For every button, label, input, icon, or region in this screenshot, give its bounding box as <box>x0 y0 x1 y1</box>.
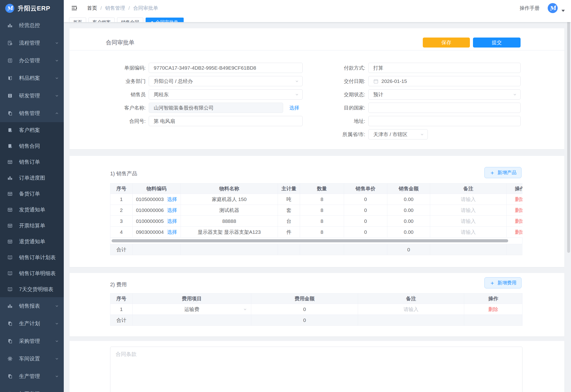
sidebar-item-sales-mgmt[interactable]: 销售管理 <box>0 105 64 122</box>
sidebar-item-rnd-mgmt[interactable]: 研发管理 <box>0 87 64 105</box>
delete-row-link[interactable]: 删除 <box>515 218 523 224</box>
tab-customer-archive[interactable]: 客户档案 <box>89 18 115 22</box>
fee-amount-cell[interactable]: 0 <box>251 304 358 315</box>
total-label: 合计 <box>110 244 133 255</box>
save-button[interactable]: 保存 <box>423 38 470 47</box>
total-cell <box>430 244 507 255</box>
tab-sales-contract[interactable]: 销售合同 <box>117 18 143 22</box>
sidebar-item-sales-order[interactable]: 销售订单 <box>0 154 64 170</box>
plus-icon: ＋ <box>489 170 495 176</box>
delete-row-link[interactable]: 删除 <box>515 196 523 203</box>
add-fee-button[interactable]: ＋新增费用 <box>484 277 522 288</box>
business-dept-label: 业务部门 <box>70 78 146 84</box>
horizontal-scrollbar-thumb[interactable] <box>112 239 508 242</box>
qty-cell[interactable]: 8 <box>300 205 344 215</box>
table-row: 1 运输费 0 请输入 删除 <box>110 304 522 315</box>
select-material-link[interactable]: 选择 <box>167 229 177 236</box>
sidebar-item-workshop-settings[interactable]: 车间设置 <box>0 350 64 367</box>
qty-cell[interactable]: 8 <box>300 216 344 226</box>
remark-cell[interactable]: 请输入 <box>430 216 507 226</box>
chevron-down-icon <box>513 92 517 97</box>
fees-total-row: 合计 0 <box>110 315 522 326</box>
qty-cell[interactable]: 8 <box>300 227 344 237</box>
remark-cell[interactable]: 请输入 <box>358 304 464 315</box>
horizontal-scrollbar[interactable] <box>110 238 523 244</box>
breadcrumb: 首页 / 销售管理 / 合同审批单 <box>87 5 158 11</box>
remark-cell[interactable]: 请输入 <box>430 227 507 237</box>
remark-cell[interactable]: 请输入 <box>430 194 507 205</box>
price-cell[interactable]: 0 <box>344 216 387 226</box>
fee-item-select[interactable]: 运输费 <box>133 304 251 315</box>
row-index: 2 <box>110 205 133 215</box>
sidebar-item-office-mgmt[interactable]: 办公管理 <box>0 52 64 69</box>
bar-chart-icon <box>7 23 13 28</box>
sidebar-item-production-plan[interactable]: 生产计划 <box>0 315 64 332</box>
sidebar-item-invoice-settlement[interactable]: 开票结算单 <box>0 218 64 234</box>
province-city-select[interactable]: 天津市 / 市辖区 <box>368 129 428 140</box>
price-cell[interactable]: 0 <box>344 194 387 205</box>
destination-country-input[interactable] <box>368 103 521 113</box>
col-unit: 主计量 <box>278 183 300 194</box>
add-product-button[interactable]: ＋新增产品 <box>484 167 522 178</box>
delete-row-link[interactable]: 删除 <box>515 207 523 214</box>
contract-no-input[interactable]: 第 电风扇 <box>149 116 303 126</box>
avatar[interactable]: M <box>548 3 558 13</box>
submit-button[interactable]: 提交 <box>473 38 521 47</box>
sidebar-item-label: 流程管理 <box>19 40 55 47</box>
price-cell[interactable]: 0 <box>344 205 387 215</box>
col-material-name: 物料名称 <box>181 183 278 194</box>
sidebar-item-order-detail-report[interactable]: 销售订单明细表 <box>0 265 64 281</box>
sidebar-item-shipping-notice[interactable]: 发货通知单 <box>0 202 64 218</box>
sidebar-item-label: 加工车间 <box>19 390 55 392</box>
vertical-scrollbar-thumb[interactable] <box>567 21 570 253</box>
sidebar-item-purchase-mgmt[interactable]: 采购管理 <box>0 332 64 350</box>
delivery-date-input[interactable]: 2026-01-15 <box>368 76 521 86</box>
contract-terms-textarea[interactable] <box>110 347 523 392</box>
delivery-status-select[interactable]: 预计 <box>368 89 521 99</box>
sidebar-item-materials-archive[interactable]: 料品档案 <box>0 69 64 87</box>
order-code-input[interactable]: 9770CA17-3497-4DB2-995E-B49E9CF61BD8 <box>149 63 303 73</box>
tab-home[interactable]: 首页 <box>69 18 86 22</box>
address-input[interactable] <box>368 116 521 126</box>
select-material-link[interactable]: 选择 <box>167 207 177 214</box>
price-cell[interactable]: 0 <box>344 227 387 237</box>
sidebar-item-dashboard[interactable]: 经营总控 <box>0 17 64 34</box>
sidebar-item-sales-report[interactable]: 销售报表 <box>0 297 64 315</box>
breadcrumb-home[interactable]: 首页 <box>87 5 97 11</box>
sidebar-item-delivery-7day-report[interactable]: 7天交货明细表 <box>0 281 64 297</box>
title-divider <box>70 50 564 50</box>
total-amount: 0 <box>251 315 358 325</box>
delete-row-link[interactable]: 删除 <box>515 229 523 236</box>
salesperson-select[interactable]: 周桂东 <box>149 89 303 99</box>
unit-cell: 套 <box>278 205 300 215</box>
manual-link[interactable]: 操作手册 <box>520 5 540 11</box>
delete-row-link[interactable]: 删除 <box>488 306 498 313</box>
sidebar-item-label: 经营总控 <box>19 22 59 29</box>
business-dept-select[interactable]: 升阳公司 / 总经办 <box>149 76 303 86</box>
sidebar-item-order-plan-report[interactable]: 销售订单计划表 <box>0 250 64 265</box>
tab-contract-approval[interactable]: 合同审批单 <box>146 18 184 22</box>
contract-no-label: 合同号: <box>70 118 146 125</box>
material-code-cell: 0100000006选择 <box>133 205 181 215</box>
sidebar-item-production-mgmt[interactable]: 生产管理 <box>0 367 64 385</box>
sidebar-item-processing-workshop[interactable]: 加工车间 <box>0 385 64 392</box>
qty-cell[interactable]: 8 <box>300 194 344 205</box>
avatar-dropdown-caret-icon[interactable] <box>561 10 565 12</box>
sidebar-item-stock-order[interactable]: 备货订单 <box>0 186 64 202</box>
select-material-link[interactable]: 选择 <box>167 196 177 203</box>
fees-table-header: 序号 费用项目 费用金额 备注 操作 <box>110 294 522 304</box>
fees-card: 2) 费用 ＋新增费用 序号 费用项目 费用金额 备注 操作 1 运输费 0 <box>70 273 564 336</box>
products-heading: 1) 销售产品 <box>110 170 137 177</box>
payment-method-input[interactable]: 打算 <box>368 63 521 73</box>
sidebar-toggle-icon[interactable] <box>71 5 77 11</box>
sidebar-item-return-notice[interactable]: 退货通知单 <box>0 234 64 250</box>
remark-cell[interactable]: 请输入 <box>430 205 507 215</box>
sidebar-item-process-mgmt[interactable]: 流程管理 <box>0 34 64 52</box>
table-row: 3 0100000005选择 88888 台 8 0 0.00 请输入 删除 <box>110 216 523 227</box>
breadcrumb-sales[interactable]: 销售管理 <box>105 5 125 11</box>
select-material-link[interactable]: 选择 <box>167 218 177 224</box>
sidebar-item-sales-contract[interactable]: 销售合同 <box>0 138 64 154</box>
sidebar-item-customer-archive[interactable]: 客户档案 <box>0 122 64 138</box>
sidebar-item-order-progress[interactable]: 订单进度图 <box>0 170 64 186</box>
customer-select-link[interactable]: 选择 <box>289 105 299 111</box>
